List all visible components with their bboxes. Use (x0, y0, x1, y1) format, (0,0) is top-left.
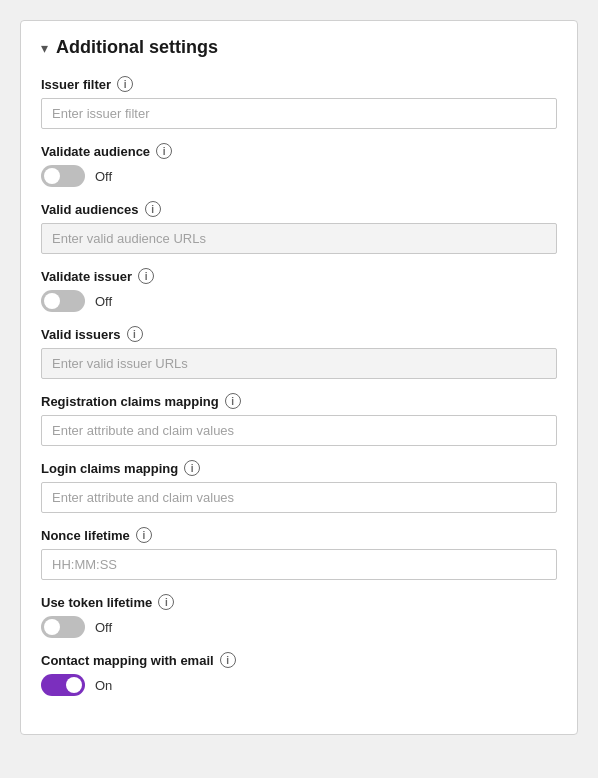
use-token-lifetime-thumb (44, 619, 60, 635)
login-claims-mapping-info-icon[interactable]: i (184, 460, 200, 476)
issuer-filter-group: Issuer filter i (41, 76, 557, 129)
validate-audience-toggle-row: Off (41, 165, 557, 187)
validate-audience-toggle[interactable] (41, 165, 85, 187)
valid-audiences-input (41, 223, 557, 254)
valid-issuers-group: Valid issuers i (41, 326, 557, 379)
contact-mapping-with-email-group: Contact mapping with email i On (41, 652, 557, 696)
section-header: ▾ Additional settings (41, 37, 557, 58)
additional-settings-card: ▾ Additional settings Issuer filter i Va… (20, 20, 578, 735)
use-token-lifetime-label: Use token lifetime i (41, 594, 557, 610)
validate-audience-info-icon[interactable]: i (156, 143, 172, 159)
contact-mapping-with-email-toggle-label: On (95, 678, 112, 693)
registration-claims-mapping-label: Registration claims mapping i (41, 393, 557, 409)
validate-issuer-toggle[interactable] (41, 290, 85, 312)
login-claims-mapping-input[interactable] (41, 482, 557, 513)
validate-issuer-thumb (44, 293, 60, 309)
contact-mapping-with-email-thumb (66, 677, 82, 693)
registration-claims-mapping-input[interactable] (41, 415, 557, 446)
chevron-icon[interactable]: ▾ (41, 40, 48, 56)
validate-audience-thumb (44, 168, 60, 184)
validate-issuer-info-icon[interactable]: i (138, 268, 154, 284)
use-token-lifetime-info-icon[interactable]: i (158, 594, 174, 610)
issuer-filter-info-icon[interactable]: i (117, 76, 133, 92)
login-claims-mapping-label: Login claims mapping i (41, 460, 557, 476)
contact-mapping-with-email-toggle[interactable] (41, 674, 85, 696)
login-claims-mapping-group: Login claims mapping i (41, 460, 557, 513)
use-token-lifetime-toggle-row: Off (41, 616, 557, 638)
use-token-lifetime-toggle-label: Off (95, 620, 112, 635)
nonce-lifetime-info-icon[interactable]: i (136, 527, 152, 543)
validate-audience-label: Validate audience i (41, 143, 557, 159)
valid-issuers-info-icon[interactable]: i (127, 326, 143, 342)
registration-claims-mapping-group: Registration claims mapping i (41, 393, 557, 446)
validate-audience-toggle-label: Off (95, 169, 112, 184)
contact-mapping-with-email-info-icon[interactable]: i (220, 652, 236, 668)
valid-audiences-group: Valid audiences i (41, 201, 557, 254)
valid-audiences-info-icon[interactable]: i (145, 201, 161, 217)
section-title: Additional settings (56, 37, 218, 58)
nonce-lifetime-label: Nonce lifetime i (41, 527, 557, 543)
validate-issuer-label: Validate issuer i (41, 268, 557, 284)
use-token-lifetime-toggle[interactable] (41, 616, 85, 638)
valid-issuers-input (41, 348, 557, 379)
validate-audience-group: Validate audience i Off (41, 143, 557, 187)
valid-issuers-label: Valid issuers i (41, 326, 557, 342)
use-token-lifetime-group: Use token lifetime i Off (41, 594, 557, 638)
validate-issuer-group: Validate issuer i Off (41, 268, 557, 312)
nonce-lifetime-group: Nonce lifetime i (41, 527, 557, 580)
validate-issuer-toggle-label: Off (95, 294, 112, 309)
issuer-filter-label: Issuer filter i (41, 76, 557, 92)
registration-claims-mapping-info-icon[interactable]: i (225, 393, 241, 409)
contact-mapping-with-email-toggle-row: On (41, 674, 557, 696)
issuer-filter-input[interactable] (41, 98, 557, 129)
contact-mapping-with-email-label: Contact mapping with email i (41, 652, 557, 668)
nonce-lifetime-input[interactable] (41, 549, 557, 580)
valid-audiences-label: Valid audiences i (41, 201, 557, 217)
validate-issuer-toggle-row: Off (41, 290, 557, 312)
